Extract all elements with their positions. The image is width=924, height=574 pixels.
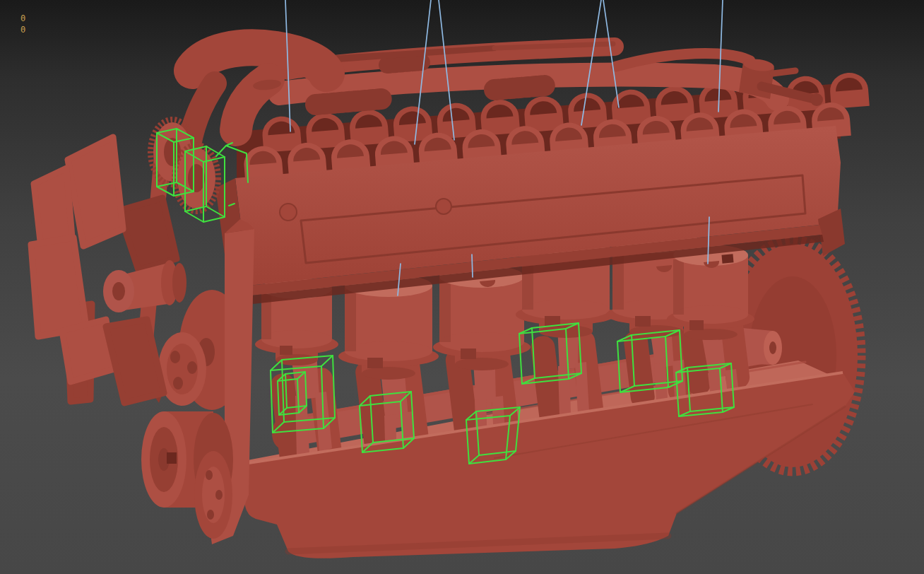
- timing-gear-b[interactable]: [174, 145, 218, 211]
- hud-counter-line2: 0: [20, 24, 25, 35]
- bone-line[interactable]: [472, 254, 473, 277]
- fan-blade: [31, 238, 86, 336]
- fan-blade: [68, 137, 123, 246]
- viewport-hud-counter: 0 0: [20, 13, 25, 35]
- piston-assembly-1[interactable]: [255, 278, 338, 457]
- piston[interactable]: [667, 245, 754, 340]
- belt-drive-assembly[interactable]: [131, 83, 254, 544]
- hud-counter-line1: 0: [20, 13, 25, 24]
- viewport-canvas[interactable]: [0, 0, 924, 574]
- fan-blade: [106, 320, 164, 403]
- bolted-pulley[interactable]: [194, 451, 232, 539]
- 3d-viewport[interactable]: 0 0: [0, 0, 924, 574]
